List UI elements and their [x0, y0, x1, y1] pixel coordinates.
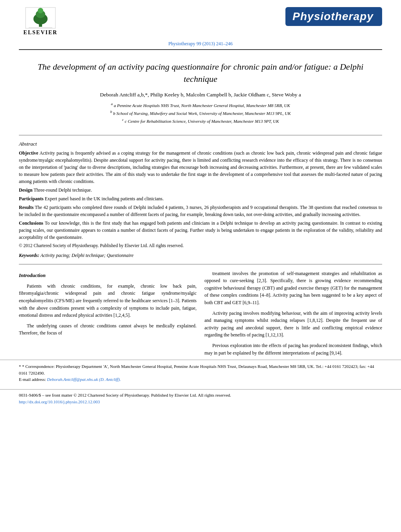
- col2-para3: Previous exploration into the effects of…: [204, 342, 382, 357]
- elsevier-tree-icon: [25, 7, 56, 29]
- col2-para1: treatment involves the promotion of self…: [204, 270, 382, 307]
- col1-para2: The underlying causes of chronic conditi…: [19, 322, 197, 337]
- keywords-text: Activity pacing; Delphi technique; Quest…: [39, 253, 134, 258]
- svg-point-4: [38, 8, 43, 13]
- footnote-text: * Correspondence: Physiotherapy Departme…: [19, 364, 374, 375]
- abstract-conclusions: Conclusions To our knowledge, this is th…: [19, 220, 382, 241]
- footnote-area: * * Correspondence: Physiotherapy Depart…: [0, 360, 401, 383]
- divider-mid: [19, 264, 382, 264]
- results-label: Results: [19, 205, 33, 210]
- journal-info: Physiotherapy 99 (2013) 241–246: [19, 41, 382, 50]
- affiliation-a: a a Pennine Acute Hospitals NHS Trust, N…: [31, 101, 370, 109]
- col2-para2: Activity pacing involves modifying behav…: [204, 310, 382, 339]
- design-label: Design: [19, 187, 33, 193]
- doi-line: http://dx.doi.org/10.1016/j.physio.2012.…: [19, 399, 382, 406]
- abstract-section: Abstract Objective Activity pacing is fr…: [0, 141, 401, 258]
- bottom-bar: 0031-9406/$ – see front matter © 2012 Ch…: [0, 389, 401, 408]
- abstract-results: Results The 42 participants who complete…: [19, 204, 382, 218]
- header: ELSEVIER Physiotherapy: [0, 0, 401, 39]
- affiliation-b: b b School of Nursing, Midwifery and Soc…: [31, 109, 370, 117]
- participants-label: Participants: [19, 196, 44, 201]
- abstract-title: Abstract: [19, 141, 382, 147]
- physio-badge: Physiotherapy: [285, 7, 382, 26]
- results-text: The 42 participants who completed three …: [19, 205, 382, 217]
- objective-text: Activity pacing is frequently advised as…: [19, 150, 382, 184]
- objective-label: Objective: [19, 150, 38, 156]
- intro-title: Introduction: [19, 272, 197, 279]
- page: ELSEVIER Physiotherapy Physiotherapy 99 …: [0, 0, 401, 532]
- author-list: Deborah Antcliff a,b,*, Philip Keeley b,…: [100, 92, 301, 98]
- email-label: E-mail address:: [19, 377, 46, 382]
- conclusions-label: Conclusions: [19, 220, 43, 226]
- issn-line: 0031-9406/$ – see front matter © 2012 Ch…: [19, 392, 382, 399]
- col1-para1: Patients with chronic conditions, for ex…: [19, 283, 197, 319]
- keywords-label: Keywords:: [19, 253, 39, 258]
- email-value: Deborah.Antcliff@pat.nhs.uk (D. Antcliff…: [46, 377, 121, 382]
- main-title: The development of an activity pacing qu…: [31, 61, 370, 85]
- footnote-star: *: [19, 364, 22, 369]
- elsevier-text: ELSEVIER: [24, 30, 58, 36]
- footnote-email-line: E-mail address: Deborah.Antcliff@pat.nhs…: [19, 376, 382, 383]
- abstract-design: Design Three-round Delphi technique.: [19, 187, 382, 194]
- divider-top: [19, 135, 382, 135]
- body-columns: Introduction Patients with chronic condi…: [0, 270, 401, 360]
- col-left: Introduction Patients with chronic condi…: [19, 270, 197, 360]
- conclusions-text: To our knowledge, this is the first stud…: [19, 220, 382, 240]
- design-text: Three-round Delphi technique.: [33, 187, 92, 193]
- abstract-copyright: © 2012 Chartered Society of Physiotherap…: [19, 242, 382, 249]
- abstract-objective: Objective Activity pacing is frequently …: [19, 150, 382, 185]
- participants-text: Expert panel based in the UK including p…: [44, 196, 164, 201]
- abstract-participants: Participants Expert panel based in the U…: [19, 195, 382, 202]
- title-section: The development of an activity pacing qu…: [0, 50, 401, 129]
- authors: Deborah Antcliff a,b,*, Philip Keeley b,…: [31, 92, 370, 98]
- affiliation-c: c c Centre for Rehabilitation Science, U…: [31, 117, 370, 125]
- affiliations: a a Pennine Acute Hospitals NHS Trust, N…: [31, 101, 370, 125]
- keywords-line: Keywords: Activity pacing; Delphi techni…: [19, 253, 382, 259]
- col-right: treatment involves the promotion of self…: [204, 270, 382, 360]
- footnote-correspondence: * * Correspondence: Physiotherapy Depart…: [19, 363, 382, 376]
- physiotherapy-logo: Physiotherapy: [285, 7, 382, 26]
- elsevier-logo: ELSEVIER: [19, 7, 62, 39]
